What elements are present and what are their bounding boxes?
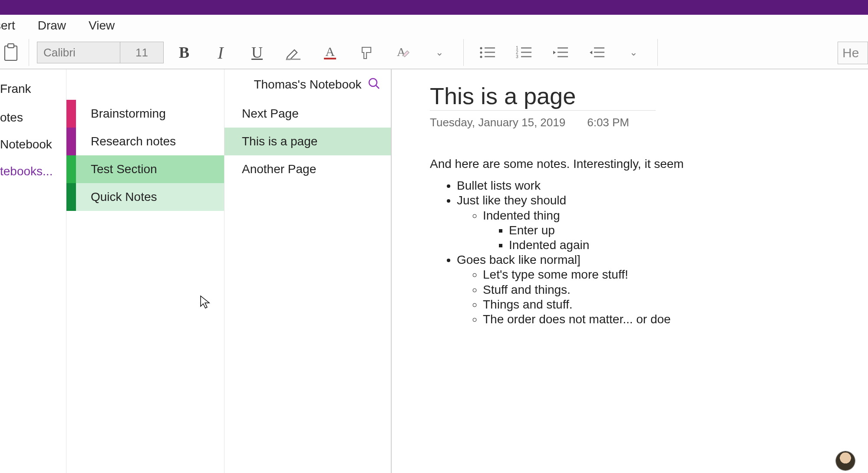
clear-format-icon: A <box>394 44 412 61</box>
svg-rect-4 <box>324 58 336 59</box>
page-datetime: Tuesday, January 15, 2019 6:03 PM <box>430 116 868 129</box>
svg-rect-7 <box>485 47 495 49</box>
formatting-toolbar: B I U A A ⌄ 1 2 <box>0 36 868 69</box>
svg-rect-15 <box>521 52 531 53</box>
note-body[interactable]: And here are some notes. Interestingly, … <box>430 157 868 326</box>
styles-heading-box[interactable]: He <box>838 42 868 64</box>
window-titlebar <box>0 0 868 15</box>
font-color-icon: A <box>321 44 339 61</box>
svg-point-24 <box>369 79 377 86</box>
search-icon[interactable] <box>367 77 380 93</box>
section-color-spine <box>66 183 76 211</box>
divider <box>657 39 658 66</box>
svg-text:3: 3 <box>516 54 518 59</box>
svg-rect-2 <box>287 59 300 60</box>
tab-draw[interactable]: Draw <box>38 19 66 33</box>
pages-header: Thomas's Notebook <box>224 69 391 100</box>
section-label: Research notes <box>76 135 176 148</box>
font-size-input[interactable] <box>120 42 163 63</box>
bullet: The order does not matter... or doe <box>483 312 868 326</box>
section-item-research[interactable]: Research notes <box>66 128 224 155</box>
section-label: Brainstorming <box>76 107 166 121</box>
page-item[interactable]: Another Page <box>224 155 391 183</box>
svg-rect-20 <box>558 56 568 57</box>
more-formatting-button[interactable]: ⌄ <box>423 40 455 65</box>
paintbrush-icon <box>358 44 375 61</box>
styles-heading-label: He <box>842 46 859 60</box>
indent-button[interactable] <box>581 40 613 65</box>
notebook-item[interactable]: otes <box>0 104 66 131</box>
divider <box>29 39 29 66</box>
indent-icon <box>588 45 606 60</box>
svg-point-6 <box>480 47 482 49</box>
font-picker <box>37 42 164 63</box>
font-name-input[interactable] <box>37 42 120 63</box>
pages-column: Thomas's Notebook Next Page This is a pa… <box>224 69 392 473</box>
svg-point-8 <box>480 51 482 53</box>
page-content[interactable]: This is a page Tuesday, January 15, 2019… <box>392 69 868 473</box>
clear-formatting-button[interactable]: A <box>387 40 419 65</box>
section-color-spine <box>66 155 76 183</box>
italic-button[interactable]: I <box>205 40 237 65</box>
svg-line-25 <box>376 85 379 89</box>
tab-view[interactable]: View <box>89 19 115 33</box>
section-item-test[interactable]: Test Section <box>66 155 224 183</box>
underline-button[interactable]: U <box>241 40 273 65</box>
clipboard-icon <box>3 43 18 62</box>
svg-rect-13 <box>521 47 531 49</box>
numbering-icon: 1 2 3 <box>515 45 533 60</box>
note-intro: And here are some notes. Interestingly, … <box>430 157 868 171</box>
tab-insert[interactable]: sert <box>0 19 15 33</box>
notebook-item[interactable]: Frank <box>0 76 66 102</box>
avatar[interactable] <box>836 451 855 470</box>
notebook-item[interactable]: Notebook <box>0 131 66 158</box>
bullet: Enter up <box>509 223 868 237</box>
outdent-button[interactable] <box>545 40 577 65</box>
font-color-button[interactable]: A <box>314 40 346 65</box>
bullet: Just like they should Indented thing Ent… <box>457 194 868 252</box>
svg-rect-19 <box>558 52 568 53</box>
divider <box>463 39 464 66</box>
sections-column: Brainstorming Research notes Test Sectio… <box>66 69 224 473</box>
svg-rect-17 <box>521 56 531 57</box>
section-color-spine <box>66 100 76 128</box>
bullet: Indented thing Enter up Indented again <box>483 209 868 253</box>
bullet: Indented again <box>509 238 868 252</box>
bullet: Things and stuff. <box>483 298 868 312</box>
bullets-icon <box>479 45 497 60</box>
notebooks-column: Frank otes Notebook tebooks... <box>0 69 66 473</box>
page-item[interactable]: Next Page <box>224 100 391 128</box>
main-area: Frank otes Notebook tebooks... Brainstor… <box>0 69 868 473</box>
more-paragraph-button[interactable]: ⌄ <box>617 40 650 65</box>
title-underline <box>430 110 656 111</box>
svg-rect-11 <box>485 56 495 57</box>
bullet-list-button[interactable] <box>472 40 504 65</box>
bullet: Bullet lists work <box>457 179 868 193</box>
section-color-spine <box>66 128 76 155</box>
bullet: Goes back like normal] Let's type some m… <box>457 253 868 326</box>
page-item[interactable]: This is a page <box>224 128 391 155</box>
svg-rect-22 <box>594 52 604 53</box>
section-item-quicknotes[interactable]: Quick Notes <box>66 183 224 211</box>
paste-button[interactable] <box>1 41 21 64</box>
page-time: 6:03 PM <box>587 116 629 129</box>
section-label: Quick Notes <box>76 190 157 204</box>
more-notebooks-link[interactable]: tebooks... <box>0 158 66 185</box>
svg-rect-1 <box>8 44 14 48</box>
numbered-list-button[interactable]: 1 2 3 <box>508 40 540 65</box>
format-painter-button[interactable] <box>350 40 383 65</box>
svg-rect-18 <box>558 47 568 49</box>
page-title[interactable]: This is a page <box>430 82 868 109</box>
bold-button[interactable]: B <box>168 40 200 65</box>
highlight-button[interactable] <box>277 40 310 65</box>
bullet: Let's type some more stuff! <box>483 268 868 282</box>
svg-point-10 <box>480 56 482 58</box>
svg-text:A: A <box>325 44 335 59</box>
page-date: Tuesday, January 15, 2019 <box>430 116 565 129</box>
section-item-brainstorming[interactable]: Brainstorming <box>66 100 224 128</box>
bullet: Stuff and things. <box>483 283 868 297</box>
svg-rect-23 <box>594 56 604 57</box>
outdent-icon <box>551 45 570 60</box>
section-label: Test Section <box>76 162 157 176</box>
svg-rect-9 <box>485 52 495 53</box>
